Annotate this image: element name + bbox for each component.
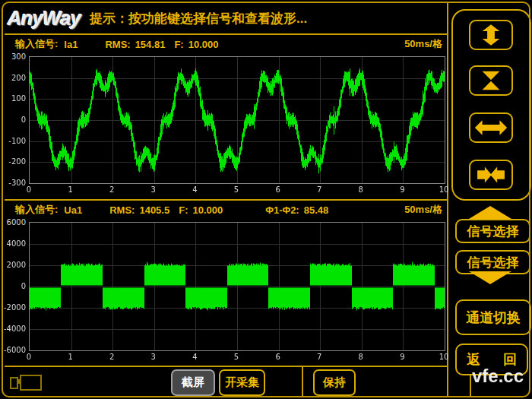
hint-text: 提示：按功能键选择信号和查看波形... <box>90 10 307 27</box>
freq-value: 10.000 <box>192 204 223 216</box>
expand-horizontal-icon <box>474 116 508 139</box>
expand-vertical-button[interactable] <box>469 20 513 50</box>
panel-separator <box>5 199 447 201</box>
y-tick-label: -100 <box>2 137 26 145</box>
waveform-canvas-ia1 <box>30 57 445 183</box>
timebase-value: 50ms/格 <box>404 203 442 217</box>
x-tick-label: 5 <box>227 185 245 194</box>
bottombar-divider <box>302 367 303 396</box>
rms-label: RMS: <box>109 204 135 216</box>
triangle-down-icon <box>469 271 511 284</box>
oscilloscope-screen: AnyWay 提示：按功能键选择信号和查看波形... 输入信号: Ia1 RMS… <box>0 0 532 399</box>
y-tick-label: 0 <box>2 116 26 124</box>
x-tick-label: 9 <box>393 185 411 194</box>
battery-icon <box>10 373 42 391</box>
compress-horizontal-button[interactable] <box>469 160 513 190</box>
waveform-plot-ia1 <box>29 56 445 184</box>
waveform-canvas-ua1 <box>30 223 445 350</box>
signal-select-label: 信号选择 <box>467 223 519 240</box>
source-label: 输入信号: <box>15 37 58 51</box>
panel2-header: 输入信号: Ua1 RMS: 1405.5 F: 10.000 Φ1-Φ2: 8… <box>8 204 444 216</box>
compress-vertical-icon <box>474 69 508 92</box>
screenshot-button[interactable]: 截屏 <box>171 369 215 396</box>
x-tick-label: 4 <box>185 353 204 361</box>
x-tick-label: 7 <box>310 185 328 194</box>
hold-button[interactable]: 保持 <box>313 369 356 396</box>
source-value: Ia1 <box>64 39 78 50</box>
source-label: 输入信号: <box>15 203 58 217</box>
rms-value: 154.81 <box>135 39 166 50</box>
rms-value: 1405.5 <box>139 204 169 216</box>
x-tick-label: 0 <box>20 353 38 361</box>
anyway-logo: AnyWay <box>8 7 81 30</box>
y-tick-label: 2000 <box>2 261 26 269</box>
freq-label: F: <box>179 204 188 216</box>
x-tick-label: 9 <box>393 353 411 361</box>
x-tick-label: 6 <box>269 185 287 194</box>
y-tick-label: 300 <box>2 52 26 61</box>
x-tick-label: 8 <box>352 353 370 361</box>
x-tick-label: 3 <box>144 353 163 361</box>
x-tick-label: 1 <box>62 353 80 361</box>
bottombar-separator <box>5 366 447 367</box>
freq-label: F: <box>174 39 183 50</box>
rms-label: RMS: <box>105 39 130 50</box>
x-tick-label: 10 <box>435 353 453 361</box>
x-tick-label: 0 <box>20 185 38 194</box>
x-tick-label: 6 <box>269 353 287 361</box>
x-tick-label: 4 <box>185 185 204 194</box>
signal-select-label: 信号选择 <box>467 254 519 271</box>
panel1-header: 输入信号: Ia1 RMS: 154.81 F: 10.000 50ms/格 <box>8 38 444 50</box>
y-tick-label: 100 <box>2 94 26 103</box>
y-tick-label: -200 <box>2 157 26 166</box>
triangle-up-icon <box>469 206 511 219</box>
timebase-value: 50ms/格 <box>404 37 442 51</box>
x-tick-label: 2 <box>103 353 121 361</box>
x-tick-label: 8 <box>352 185 370 194</box>
start-acquisition-button[interactable]: 开采集 <box>219 369 265 396</box>
source-value: Ua1 <box>64 204 82 216</box>
topbar-separator <box>5 33 447 35</box>
compress-vertical-button[interactable] <box>469 65 513 96</box>
x-tick-label: 2 <box>103 185 121 194</box>
y-tick-label: -2000 <box>2 303 26 312</box>
x-tick-label: 7 <box>310 353 328 361</box>
waveform-plot-ua1 <box>29 222 445 351</box>
x-tick-label: 3 <box>144 185 163 194</box>
y-tick-label: 6000 <box>2 218 26 226</box>
y-tick-label: 0 <box>2 282 26 290</box>
y-tick-label: 200 <box>2 74 26 82</box>
battery-body <box>20 375 42 391</box>
expand-vertical-icon <box>474 24 508 46</box>
channel-switch-button[interactable]: 通道切换 <box>455 299 531 335</box>
phase-value: 85.48 <box>304 204 329 216</box>
compress-horizontal-icon <box>474 163 508 186</box>
y-tick-label: 4000 <box>2 239 26 248</box>
x-tick-label: 1 <box>62 185 80 194</box>
channel-switch-label: 通道切换 <box>466 309 521 327</box>
sidebar-separator <box>447 3 448 396</box>
expand-horizontal-button[interactable] <box>469 112 513 143</box>
y-tick-label: -4000 <box>2 325 26 333</box>
x-tick-label: 10 <box>435 185 453 194</box>
vfe-watermark: vfe.cc <box>472 366 524 387</box>
freq-value: 10.000 <box>188 39 219 50</box>
phase-label: Φ1-Φ2: <box>265 204 299 216</box>
title-bar: AnyWay 提示：按功能键选择信号和查看波形... <box>8 4 445 33</box>
x-tick-label: 5 <box>227 353 245 361</box>
